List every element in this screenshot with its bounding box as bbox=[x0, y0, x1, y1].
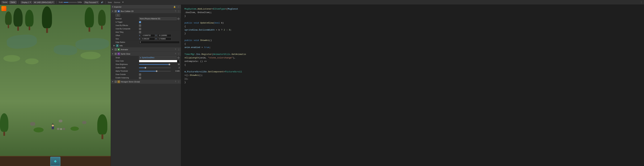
scale-label: Scale bbox=[59, 1, 63, 3]
used-by-composite-checkbox[interactable] bbox=[139, 28, 141, 30]
resolution-dropdown[interactable]: 4K UHD (3840x2160) bbox=[33, 1, 54, 4]
outline-width-thumb[interactable] bbox=[144, 67, 146, 69]
glow-brightness-track[interactable] bbox=[139, 64, 171, 65]
play-mode-icon bbox=[96, 2, 98, 3]
edge-radius-label: Edge Radius bbox=[116, 41, 139, 43]
hexagon-stone-help[interactable]: ? bbox=[175, 81, 176, 83]
alpha-threshold-thumb[interactable] bbox=[156, 70, 158, 72]
sprite-glow-help[interactable]: ? bbox=[175, 53, 176, 55]
offset-y-input[interactable] bbox=[158, 34, 171, 37]
code-line-11: TimerMgr.Ins.Register(AnimatorUtils.GetA… bbox=[184, 53, 641, 56]
water-patch-3 bbox=[75, 38, 109, 51]
used-by-effector-label: Used By Effector bbox=[116, 25, 139, 26]
is-trigger-checkbox[interactable]: ✓ bbox=[139, 21, 141, 23]
outline-width-track[interactable] bbox=[139, 67, 171, 68]
alpha-threshold-row: Alpha Threshold 0.545 bbox=[111, 70, 181, 73]
offset-x-label: X bbox=[139, 35, 141, 36]
material-picker-btn[interactable]: ◎ bbox=[177, 18, 180, 20]
more-options-icon[interactable]: ⋮ bbox=[640, 1, 643, 4]
hexagon-stone-header[interactable]: ▼ ⬡ Hexagon Stone (Script) ? ⋮ bbox=[111, 80, 181, 84]
draw-outside-label: Draw Outside bbox=[116, 74, 139, 75]
box-collider-name: Box Collider 2D bbox=[121, 10, 174, 12]
alpha-threshold-label: Alpha Threshold bbox=[116, 70, 139, 72]
display-dropdown[interactable]: Display 1 bbox=[21, 1, 32, 4]
offset-x-input[interactable] bbox=[142, 34, 155, 37]
script-picker-btn[interactable]: ◎ bbox=[177, 57, 180, 59]
code-line-3: } bbox=[184, 15, 641, 18]
chest-gem bbox=[50, 157, 60, 166]
alpha-threshold-fill bbox=[139, 71, 157, 72]
box-collider-settings[interactable]: ⋮ bbox=[178, 10, 180, 13]
auto-tiling-row: Auto Tiling bbox=[111, 31, 181, 34]
tree-back-6 bbox=[98, 10, 106, 29]
draw-outside-checkbox[interactable] bbox=[139, 74, 141, 76]
scale-value: 0.41x bbox=[78, 1, 82, 3]
glow-brightness-label: Glow Brightness bbox=[116, 63, 139, 65]
glow-color-swatch[interactable] bbox=[139, 60, 180, 62]
box-collider-header[interactable]: ▼ ✓ ▣ Box Collider 2D ? ⋮ bbox=[111, 9, 181, 14]
code-panel: MsgSystem.AddListener<EItemType>(MsgCons… bbox=[181, 5, 644, 166]
box-collider-enabled[interactable]: ✓ bbox=[115, 10, 117, 12]
code-line-2: .UseItem, OnUseItem); bbox=[184, 11, 641, 15]
gizmos-btn[interactable]: Gizmos bbox=[114, 1, 120, 3]
resolution-dropdown-icon bbox=[52, 2, 54, 3]
used-by-effector-checkbox[interactable] bbox=[139, 25, 141, 27]
glow-color-value bbox=[139, 60, 180, 62]
tree-front-1 bbox=[0, 113, 8, 136]
alpha-threshold-track[interactable] bbox=[139, 71, 171, 72]
scale-track[interactable] bbox=[64, 2, 77, 3]
hexagon-stone-enabled[interactable] bbox=[115, 81, 117, 83]
offset-xy: X Y bbox=[139, 34, 180, 37]
auto-tiling-checkbox[interactable] bbox=[139, 31, 141, 33]
info-header[interactable]: ℹ Info bbox=[111, 44, 181, 47]
edge-radius-input[interactable] bbox=[139, 41, 180, 44]
sprite-glow-expand-icon: ▼ bbox=[112, 53, 113, 55]
game-viewport bbox=[0, 5, 111, 166]
scene-tab[interactable]: Scene bbox=[1, 1, 8, 4]
glow-brightness-thumb[interactable] bbox=[168, 64, 170, 65]
animator-settings[interactable]: ⋮ bbox=[178, 48, 180, 51]
animator-icon: ▶ bbox=[118, 48, 120, 51]
animator-enabled[interactable] bbox=[115, 49, 117, 51]
scale-section: Scale 0.41x bbox=[59, 1, 82, 3]
script-picker[interactable]: ⊕ SpriteGlowEffect bbox=[139, 56, 176, 59]
auto-tiling-value bbox=[139, 31, 180, 33]
scene-tab-section: Scene Game bbox=[1, 1, 16, 4]
size-value: X Y bbox=[139, 38, 180, 40]
size-y-input[interactable] bbox=[158, 38, 171, 40]
sprite-glow-icon: ✦ bbox=[118, 53, 120, 55]
animator-header[interactable]: ▼ ▶ Animator ? ⋮ bbox=[111, 47, 181, 52]
edit-collider-icon: ⬡ bbox=[117, 14, 118, 16]
hexagon-stone-settings[interactable]: ⋮ bbox=[178, 80, 180, 83]
size-x-label: X bbox=[139, 38, 141, 40]
material-picker[interactable]: None (Physics Material 2D) bbox=[139, 17, 176, 20]
code-line-13: onComplete: () => bbox=[184, 60, 641, 63]
code-line-blank-2 bbox=[184, 35, 641, 39]
tree-back-1 bbox=[5, 12, 12, 28]
edge-radius-value bbox=[139, 41, 180, 44]
character bbox=[51, 124, 54, 130]
material-value: None (Physics Material 2D) ◎ bbox=[139, 17, 180, 20]
play-mode-dropdown[interactable]: Play Focused bbox=[84, 1, 99, 4]
sprite-glow-header[interactable]: ▼ ✓ ✦ Sprite Glow ? ⋮ bbox=[111, 52, 181, 56]
game-tab[interactable]: Game bbox=[10, 1, 16, 4]
animator-help[interactable]: ? bbox=[175, 49, 176, 50]
more-options-button[interactable]: ⋮ bbox=[177, 6, 180, 8]
script-row: Script ⊕ SpriteGlowEffect ◎ bbox=[111, 56, 181, 59]
code-line-16: >().ShowAni(); bbox=[184, 74, 641, 77]
sprite-glow-enabled[interactable]: ✓ bbox=[115, 53, 117, 55]
stats-btn[interactable]: Stats bbox=[108, 1, 112, 3]
glow-brightness-control: 10 bbox=[139, 63, 180, 65]
edit-collider-btn[interactable]: ⬡ bbox=[116, 14, 120, 17]
offset-row: Offset X Y bbox=[111, 34, 181, 37]
audio-icon[interactable]: 🔊 bbox=[101, 1, 104, 4]
box-collider-help[interactable]: ? bbox=[175, 10, 176, 12]
enable-instancing-checkbox[interactable] bbox=[139, 77, 141, 79]
outline-width-control: 2 bbox=[139, 67, 180, 69]
lock-button[interactable]: 🔒 bbox=[173, 6, 176, 8]
code-msgsystem: MsgSystem bbox=[184, 8, 196, 10]
sprite-glow-settings[interactable]: ⋮ bbox=[178, 53, 180, 55]
inspector-header: ℹ Inspector 🔒 ⋮ bbox=[111, 5, 181, 9]
divider-2 bbox=[56, 1, 57, 4]
size-x-input[interactable] bbox=[142, 38, 155, 40]
